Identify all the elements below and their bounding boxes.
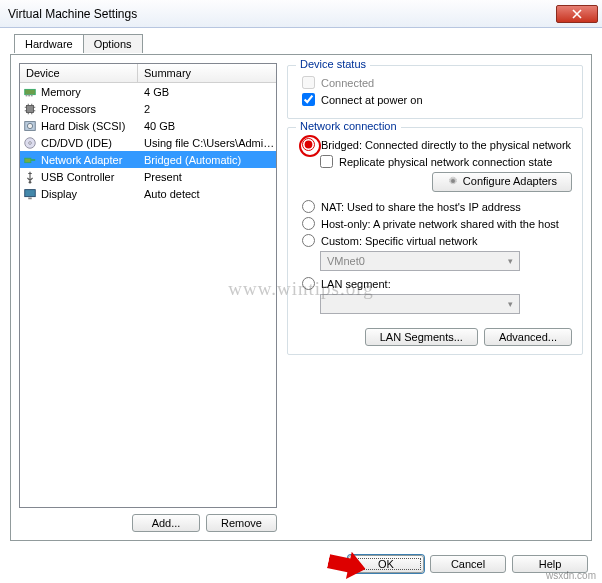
disk-icon <box>23 119 37 133</box>
device-summary: Auto detect <box>138 188 276 200</box>
advanced-button[interactable]: Advanced... <box>484 328 572 346</box>
device-row-display[interactable]: DisplayAuto detect <box>20 185 276 202</box>
device-summary: 4 GB <box>138 86 276 98</box>
custom-radio[interactable] <box>302 234 315 247</box>
svg-rect-2 <box>28 94 30 96</box>
lansegment-label: LAN segment: <box>321 278 391 290</box>
svg-rect-0 <box>25 89 36 94</box>
custom-label: Custom: Specific virtual network <box>321 235 478 247</box>
lan-segments-button[interactable]: LAN Segments... <box>365 328 478 346</box>
device-name: Hard Disk (SCSI) <box>41 120 125 132</box>
device-name: CD/DVD (IDE) <box>41 137 112 149</box>
connect-poweron-label: Connect at power on <box>321 94 423 106</box>
usb-icon <box>23 170 37 184</box>
svg-rect-1 <box>26 94 28 96</box>
display-icon <box>23 187 37 201</box>
custom-radio-row[interactable]: Custom: Specific virtual network <box>302 234 572 247</box>
bridged-radio-row[interactable]: Bridged: Connected directly to the physi… <box>302 138 572 151</box>
nat-radio[interactable] <box>302 200 315 213</box>
lansegment-radio-row[interactable]: LAN segment: <box>302 277 572 290</box>
nat-radio-row[interactable]: NAT: Used to share the host's IP address <box>302 200 572 213</box>
custom-network-select: VMnet0 ▾ <box>320 251 520 271</box>
window-title: Virtual Machine Settings <box>8 7 556 21</box>
watermark-small: wsxdn.com <box>546 570 596 581</box>
device-summary: Using file C:\Users\Admin\Do... <box>138 137 276 149</box>
svg-point-8 <box>29 141 32 144</box>
column-device[interactable]: Device <box>20 64 138 82</box>
list-header: Device Summary <box>20 64 276 83</box>
device-name: USB Controller <box>41 171 114 183</box>
svg-rect-3 <box>31 94 33 96</box>
svg-rect-12 <box>28 197 32 199</box>
bridged-label: Bridged: Connected directly to the physi… <box>321 139 571 151</box>
group-network-connection: Network connection Bridged: Connected di… <box>287 127 583 355</box>
svg-rect-9 <box>25 158 31 162</box>
cancel-button[interactable]: Cancel <box>430 555 506 573</box>
group-device-status: Device status Connected Connect at power… <box>287 65 583 119</box>
hostonly-radio-row[interactable]: Host-only: A private network shared with… <box>302 217 572 230</box>
svg-point-10 <box>29 180 32 183</box>
nat-label: NAT: Used to share the host's IP address <box>321 201 521 213</box>
legend-device-status: Device status <box>296 58 370 70</box>
custom-network-value: VMnet0 <box>327 255 365 267</box>
device-row-cpu[interactable]: Processors2 <box>20 100 276 117</box>
svg-rect-4 <box>27 105 34 112</box>
lansegment-select: ▾ <box>320 294 520 314</box>
device-summary: 40 GB <box>138 120 276 132</box>
svg-rect-11 <box>25 189 36 196</box>
tab-hardware[interactable]: Hardware <box>14 34 84 53</box>
tab-options[interactable]: Options <box>84 34 143 53</box>
device-name: Display <box>41 188 77 200</box>
device-name: Network Adapter <box>41 154 122 166</box>
connected-label: Connected <box>321 77 374 89</box>
chevron-down-icon: ▾ <box>508 256 513 266</box>
device-name: Memory <box>41 86 81 98</box>
device-row-disk[interactable]: Hard Disk (SCSI)40 GB <box>20 117 276 134</box>
titlebar: Virtual Machine Settings <box>0 0 602 28</box>
device-name: Processors <box>41 103 96 115</box>
device-row-cd[interactable]: CD/DVD (IDE)Using file C:\Users\Admin\Do… <box>20 134 276 151</box>
device-summary: 2 <box>138 103 276 115</box>
svg-point-6 <box>27 123 32 128</box>
connect-poweron-checkbox[interactable] <box>302 93 315 106</box>
device-row-net[interactable]: Network AdapterBridged (Automatic) <box>20 151 276 168</box>
connected-checkbox <box>302 76 315 89</box>
connect-poweron-row[interactable]: Connect at power on <box>302 93 572 106</box>
chevron-down-icon: ▾ <box>508 299 513 309</box>
lansegment-radio[interactable] <box>302 277 315 290</box>
tab-strip: Hardware Options <box>14 34 592 53</box>
device-list[interactable]: Device Summary Memory4 GBProcessors2Hard… <box>19 63 277 508</box>
configure-adapters-button[interactable]: Configure Adapters <box>432 172 572 192</box>
memory-icon <box>23 85 37 99</box>
replicate-checkbox-row[interactable]: Replicate physical network connection st… <box>320 155 572 168</box>
device-row-usb[interactable]: USB ControllerPresent <box>20 168 276 185</box>
device-summary: Present <box>138 171 276 183</box>
net-icon <box>23 153 37 167</box>
device-row-memory[interactable]: Memory4 GB <box>20 83 276 100</box>
remove-button[interactable]: Remove <box>206 514 277 532</box>
legend-network: Network connection <box>296 120 401 132</box>
hostonly-label: Host-only: A private network shared with… <box>321 218 559 230</box>
gear-icon <box>447 175 459 187</box>
add-button[interactable]: Add... <box>132 514 200 532</box>
replicate-checkbox[interactable] <box>320 155 333 168</box>
replicate-label: Replicate physical network connection st… <box>339 156 552 168</box>
bridged-radio[interactable] <box>302 138 315 151</box>
cpu-icon <box>23 102 37 116</box>
hostonly-radio[interactable] <box>302 217 315 230</box>
close-icon <box>572 9 582 19</box>
cd-icon <box>23 136 37 150</box>
column-summary[interactable]: Summary <box>138 64 276 82</box>
connected-checkbox-row: Connected <box>302 76 572 89</box>
close-button[interactable] <box>556 5 598 23</box>
device-summary: Bridged (Automatic) <box>138 154 276 166</box>
